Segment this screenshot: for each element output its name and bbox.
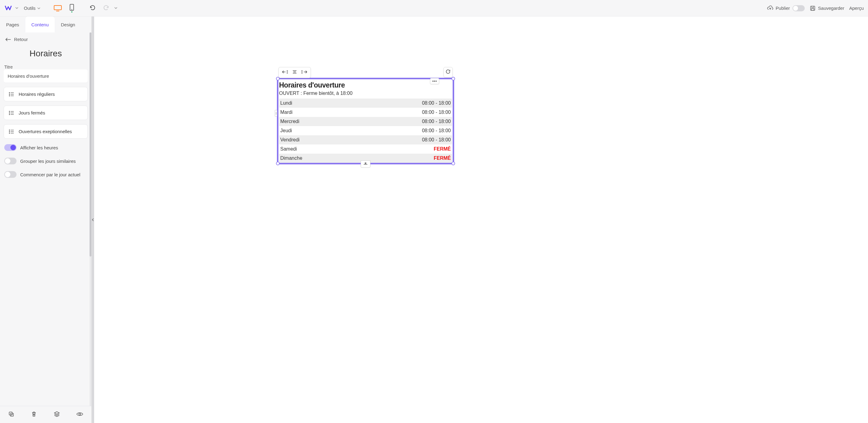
schedule-day: Mardi xyxy=(280,110,292,115)
align-toolbar xyxy=(278,67,311,78)
list-settings-icon xyxy=(8,92,14,97)
toggle-group-similar[interactable] xyxy=(4,158,17,164)
svg-point-18 xyxy=(9,130,10,131)
svg-point-28 xyxy=(79,413,81,415)
schedule-row: Jeudi08:00 - 18:00 xyxy=(279,126,452,135)
arrow-left-icon xyxy=(5,37,11,41)
duplicate-button[interactable] xyxy=(5,409,18,420)
mobile-status-dot xyxy=(71,11,72,12)
schedule-hours: 08:00 - 18:00 xyxy=(422,101,451,106)
toggle-start-today-label: Commencer par le jour actuel xyxy=(20,172,81,177)
delete-button[interactable] xyxy=(28,409,40,420)
resize-handle-tl[interactable] xyxy=(276,77,280,81)
resize-handle-bl[interactable] xyxy=(276,162,280,165)
card-regular-hours[interactable]: Horaires réguliers xyxy=(4,87,88,101)
svg-point-12 xyxy=(9,111,10,112)
undo-button[interactable] xyxy=(87,2,98,14)
topbar-right: Publier Sauvegarder Aperçu xyxy=(767,5,864,11)
canvas[interactable]: ••• Horaires d'ouverture OUVERT : Ferme … xyxy=(94,17,868,423)
tab-contenu[interactable]: Contenu xyxy=(25,17,55,32)
resize-handle-tr[interactable] xyxy=(452,77,455,81)
toggle-show-hours-label: Afficher les heures xyxy=(20,145,58,150)
tab-design[interactable]: Design xyxy=(55,17,81,32)
schedule-day: Jeudi xyxy=(280,128,292,134)
schedule-closed-label: FERMÉ xyxy=(434,146,451,152)
panel-title: Horaires xyxy=(4,49,88,58)
save-button[interactable]: Sauvegarder xyxy=(810,5,844,11)
save-label: Sauvegarder xyxy=(818,5,844,11)
tab-pages[interactable]: Pages xyxy=(0,17,25,32)
toggle-show-hours[interactable] xyxy=(4,144,17,151)
schedule-day: Samedi xyxy=(280,146,297,152)
schedule-day: Vendredi xyxy=(280,137,300,143)
schedule-row: Mardi08:00 - 18:00 xyxy=(279,108,452,117)
toggle-show-hours-row: Afficher les heures xyxy=(4,143,88,152)
list-settings-icon xyxy=(8,111,14,115)
widget-status: OUVERT : Ferme bientôt, à 18:00 xyxy=(279,90,452,98)
card-closed-label: Jours fermés xyxy=(19,110,45,115)
device-desktop-button[interactable] xyxy=(51,4,64,12)
logo-dropdown-icon[interactable] xyxy=(15,6,18,10)
publish-button[interactable]: Publier xyxy=(767,5,805,11)
refresh-icon xyxy=(445,69,451,74)
main: Pages Contenu Design Retour Horaires Tit… xyxy=(0,17,868,423)
resize-handle-br[interactable] xyxy=(452,162,455,165)
toggle-start-today[interactable] xyxy=(4,171,17,178)
schedule-row: Vendredi08:00 - 18:00 xyxy=(279,135,452,144)
list-settings-icon xyxy=(8,129,14,134)
align-left-button[interactable] xyxy=(280,68,290,77)
publish-toggle[interactable] xyxy=(793,5,805,11)
schedule-hours: 08:00 - 18:00 xyxy=(422,110,451,115)
toggle-start-today-row: Commencer par le jour actuel xyxy=(4,170,88,179)
panel-scroll-thumb[interactable] xyxy=(90,32,91,256)
panel-footer xyxy=(0,406,91,423)
svg-point-20 xyxy=(9,131,10,132)
visibility-button[interactable] xyxy=(73,409,86,420)
panel-splitter[interactable] xyxy=(92,17,94,423)
svg-rect-0 xyxy=(54,5,61,10)
svg-point-3 xyxy=(72,9,72,9)
preview-button[interactable]: Aperçu xyxy=(849,5,864,11)
topbar-left: Outils xyxy=(4,2,117,14)
card-closed-days[interactable]: Jours fermés xyxy=(4,106,88,120)
insert-below-button[interactable] xyxy=(361,160,370,168)
card-exceptional-openings[interactable]: Ouvertures exeptionnelles xyxy=(4,124,88,139)
schedule-table: Lundi08:00 - 18:00Mardi08:00 - 18:00Merc… xyxy=(279,98,452,163)
topbar: Outils Publier Sauvegarder xyxy=(0,0,868,17)
selected-widget[interactable]: ••• Horaires d'ouverture OUVERT : Ferme … xyxy=(277,78,454,164)
widget-more-button[interactable]: ••• xyxy=(430,78,439,84)
device-mobile-button[interactable] xyxy=(67,3,76,14)
schedule-row: SamediFERMÉ xyxy=(279,144,452,154)
tools-menu[interactable]: Outils xyxy=(21,4,43,12)
back-label: Retour xyxy=(14,37,28,42)
svg-point-14 xyxy=(9,113,10,113)
card-regular-label: Horaires réguliers xyxy=(19,91,55,97)
schedule-hours: 08:00 - 18:00 xyxy=(422,128,451,134)
schedule-day: Lundi xyxy=(280,101,292,106)
svg-point-16 xyxy=(9,114,10,115)
panel-tabs: Pages Contenu Design xyxy=(0,17,91,32)
schedule-row: Lundi08:00 - 18:00 xyxy=(279,98,452,108)
refresh-widget-button[interactable] xyxy=(443,67,453,78)
chevron-down-icon xyxy=(37,7,40,10)
publish-label: Publier xyxy=(776,5,790,11)
titre-input[interactable] xyxy=(4,69,88,83)
panel-scroll: Retour Horaires Titre Horaires réguliers… xyxy=(0,32,91,406)
schedule-row: Mercredi08:00 - 18:00 xyxy=(279,117,452,126)
schedule-hours: 08:00 - 18:00 xyxy=(422,137,451,143)
svg-rect-5 xyxy=(811,8,814,10)
align-right-button[interactable] xyxy=(300,68,309,77)
schedule-day: Dimanche xyxy=(280,156,302,161)
svg-point-8 xyxy=(9,94,10,94)
layers-button[interactable] xyxy=(51,409,63,420)
back-button[interactable]: Retour xyxy=(4,32,88,43)
side-panel: Pages Contenu Design Retour Horaires Tit… xyxy=(0,17,92,423)
redo-button[interactable] xyxy=(101,2,111,14)
schedule-hours: 08:00 - 18:00 xyxy=(422,119,451,124)
app-logo[interactable] xyxy=(4,4,12,12)
history-dropdown-icon[interactable] xyxy=(114,6,117,10)
preview-label: Aperçu xyxy=(849,5,864,11)
side-drag-handle[interactable] xyxy=(275,110,277,117)
svg-point-10 xyxy=(9,95,10,96)
align-center-button[interactable] xyxy=(290,68,300,77)
